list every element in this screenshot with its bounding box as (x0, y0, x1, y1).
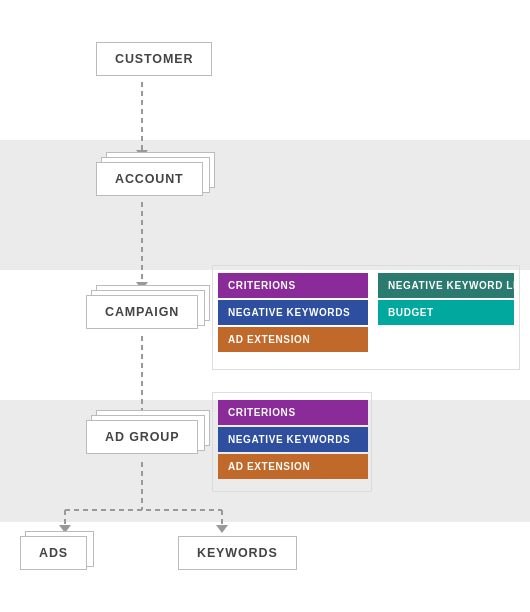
keywords-label: KEYWORDS (197, 546, 278, 560)
adgroup-tags-container (212, 392, 372, 492)
ads-box: ADS (20, 536, 87, 570)
keywords-box: KEYWORDS (178, 536, 297, 570)
campaign-box: CAMPAIGN (86, 295, 198, 329)
band-2 (0, 140, 530, 270)
keywords-node: KEYWORDS (178, 536, 297, 570)
page: CUSTOMER ACCOUNT CAMPAIGN CRITERIONS NEG… (0, 0, 530, 612)
adgroup-box: AD GROUP (86, 420, 198, 454)
account-box: ACCOUNT (96, 162, 203, 196)
band-1 (0, 0, 530, 140)
ads-label: ADS (39, 546, 68, 560)
customer-label: CUSTOMER (115, 52, 193, 66)
ads-node: ADS (20, 536, 87, 570)
account-node: ACCOUNT (96, 162, 203, 196)
adgroup-node: AD GROUP (86, 420, 198, 454)
campaign-label: CAMPAIGN (105, 305, 179, 319)
customer-box: CUSTOMER (96, 42, 212, 76)
account-label: ACCOUNT (115, 172, 184, 186)
campaign-node: CAMPAIGN (86, 295, 198, 329)
adgroup-label: AD GROUP (105, 430, 179, 444)
campaign-tags-container (212, 265, 520, 370)
customer-node: CUSTOMER (96, 42, 212, 76)
